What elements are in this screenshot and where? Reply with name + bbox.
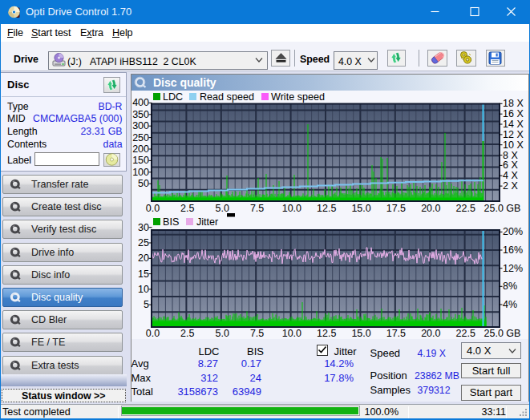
svg-text:22.5: 22.5 bbox=[456, 203, 475, 214]
svg-text:5: 5 bbox=[144, 299, 149, 310]
svg-text:18 X: 18 X bbox=[503, 98, 524, 109]
svg-text:100: 100 bbox=[132, 167, 149, 178]
svg-text:17.5: 17.5 bbox=[386, 203, 406, 214]
svg-text:250: 250 bbox=[132, 132, 149, 143]
svg-text:4 X: 4 X bbox=[503, 170, 518, 181]
svg-text:2 X: 2 X bbox=[503, 180, 518, 192]
svg-text:5.0: 5.0 bbox=[216, 328, 229, 339]
svg-text:2.5: 2.5 bbox=[180, 328, 194, 339]
svg-text:Read speed: Read speed bbox=[200, 91, 254, 103]
svg-text:0.0: 0.0 bbox=[146, 203, 160, 214]
svg-text:4%: 4% bbox=[503, 299, 517, 310]
svg-text:10: 10 bbox=[138, 284, 149, 295]
svg-text:14 X: 14 X bbox=[503, 119, 524, 130]
svg-text:Write speed: Write speed bbox=[271, 91, 325, 103]
svg-text:400: 400 bbox=[132, 97, 149, 108]
svg-text:2.5: 2.5 bbox=[180, 203, 194, 214]
svg-text:12.5: 12.5 bbox=[317, 328, 336, 339]
svg-text:20: 20 bbox=[138, 252, 149, 264]
svg-text:15: 15 bbox=[138, 269, 149, 280]
svg-text:15.0: 15.0 bbox=[351, 203, 370, 214]
svg-text:17.5: 17.5 bbox=[386, 328, 406, 339]
svg-text:25.0 GB: 25.0 GB bbox=[484, 328, 521, 339]
svg-text:20.0: 20.0 bbox=[421, 328, 440, 339]
svg-text:25.0 GB: 25.0 GB bbox=[484, 203, 521, 214]
svg-text:30: 30 bbox=[138, 222, 149, 233]
svg-text:50: 50 bbox=[138, 178, 149, 189]
svg-text:12%: 12% bbox=[503, 263, 523, 274]
svg-text:LDC: LDC bbox=[163, 91, 183, 103]
svg-text:22.5: 22.5 bbox=[456, 328, 475, 339]
svg-text:0.0: 0.0 bbox=[146, 328, 160, 339]
svg-text:15.0: 15.0 bbox=[351, 328, 370, 339]
svg-text:7.5: 7.5 bbox=[250, 203, 264, 214]
svg-text:10.0: 10.0 bbox=[282, 203, 301, 214]
svg-text:350: 350 bbox=[132, 109, 149, 120]
svg-text:10.0: 10.0 bbox=[282, 328, 301, 339]
svg-text:200: 200 bbox=[132, 143, 149, 155]
svg-text:8%: 8% bbox=[503, 281, 517, 292]
svg-text:12.5: 12.5 bbox=[317, 203, 336, 214]
svg-text:BIS: BIS bbox=[163, 216, 179, 228]
svg-text:150: 150 bbox=[132, 155, 149, 166]
svg-text:10 X: 10 X bbox=[503, 139, 524, 151]
svg-text:7.5: 7.5 bbox=[250, 328, 264, 339]
svg-text:25: 25 bbox=[138, 237, 149, 248]
svg-text:20%: 20% bbox=[503, 226, 523, 237]
svg-text:20.0: 20.0 bbox=[421, 203, 440, 214]
svg-text:16%: 16% bbox=[503, 244, 523, 256]
svg-text:Jitter: Jitter bbox=[196, 216, 218, 228]
svg-text:5.0: 5.0 bbox=[216, 203, 229, 214]
svg-text:300: 300 bbox=[132, 120, 149, 131]
